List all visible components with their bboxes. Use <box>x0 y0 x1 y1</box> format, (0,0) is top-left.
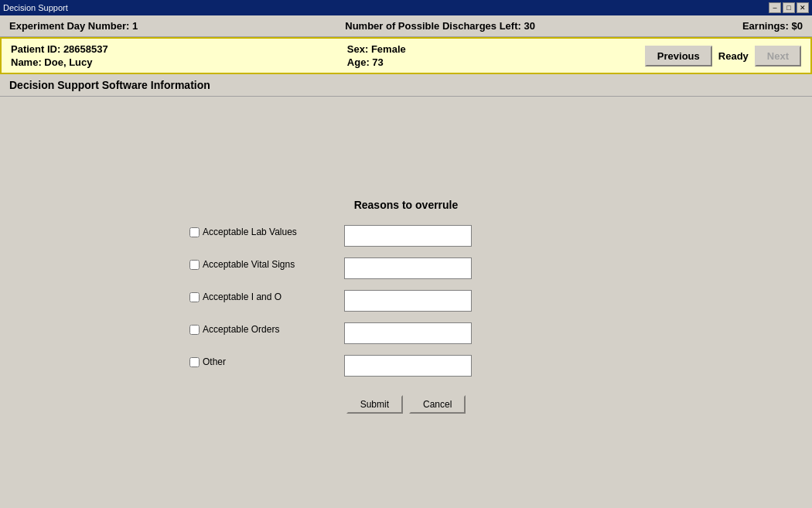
window-title: Decision Support <box>3 3 68 12</box>
discharges-label: Number of Possible Discharges Left: 30 <box>345 20 535 32</box>
reasons-title: Reasons to overrule <box>354 199 459 211</box>
title-bar: Decision Support – □ ✕ <box>0 0 812 15</box>
next-button[interactable]: Next <box>755 46 801 66</box>
reason-left-orders: Acceptable Orders <box>189 322 344 335</box>
ready-label: Ready <box>718 50 749 62</box>
earnings-label: Earnings: $0 <box>742 20 803 32</box>
reason-left-vital-signs: Acceptable Vital Signs <box>189 257 344 270</box>
experiment-day-label: Experiment Day Number: 1 <box>9 20 138 32</box>
section-header: Decision Support Software Information <box>0 74 812 97</box>
textarea-other[interactable] <box>344 355 472 377</box>
buttons-row: Submit Cancel <box>346 395 466 414</box>
reason-row-i-and-o: Acceptable I and O <box>189 290 623 312</box>
reason-row-lab-values: Acceptable Lab Values <box>189 225 623 247</box>
checkbox-vital-signs[interactable] <box>189 260 200 270</box>
textarea-lab-values[interactable] <box>344 225 472 247</box>
patient-controls: Previous Ready Next <box>645 46 801 66</box>
label-vital-signs[interactable]: Acceptable Vital Signs <box>203 259 295 270</box>
reason-row-orders: Acceptable Orders <box>189 322 623 344</box>
reason-left-other: Other <box>189 355 344 367</box>
patient-id-label: Patient ID: 28658537 <box>11 43 108 55</box>
checkbox-i-and-o[interactable] <box>189 292 200 302</box>
label-i-and-o[interactable]: Acceptable I and O <box>203 292 281 302</box>
reason-left-lab-values: Acceptable Lab Values <box>189 225 344 237</box>
label-orders[interactable]: Acceptable Orders <box>203 324 279 335</box>
cancel-button[interactable]: Cancel <box>409 395 466 414</box>
textarea-i-and-o[interactable] <box>344 290 472 312</box>
window-controls: – □ ✕ <box>769 2 809 13</box>
reason-row-vital-signs: Acceptable Vital Signs <box>189 257 623 279</box>
checkbox-orders[interactable] <box>189 325 200 335</box>
reasons-container: Reasons to overrule Acceptable Lab Value… <box>189 199 623 414</box>
patient-sex-label: Sex: Female <box>347 43 406 55</box>
patient-sex-age: Sex: Female Age: 73 <box>347 43 406 68</box>
maximize-button[interactable]: □ <box>783 2 795 13</box>
section-header-text: Decision Support Software Information <box>9 79 210 91</box>
minimize-button[interactable]: – <box>769 2 781 13</box>
patient-name-label: Name: Doe, Lucy <box>11 56 108 68</box>
reason-left-i-and-o: Acceptable I and O <box>189 290 344 302</box>
reason-row-other: Other <box>189 355 623 377</box>
patient-bar: Patient ID: 28658537 Name: Doe, Lucy Sex… <box>0 37 812 74</box>
submit-button[interactable]: Submit <box>346 395 403 414</box>
patient-id-name: Patient ID: 28658537 Name: Doe, Lucy <box>11 43 108 68</box>
checkbox-lab-values[interactable] <box>189 227 200 237</box>
textarea-vital-signs[interactable] <box>344 257 472 279</box>
textarea-orders[interactable] <box>344 322 472 344</box>
patient-age-label: Age: 73 <box>347 56 406 68</box>
label-lab-values[interactable]: Acceptable Lab Values <box>203 227 297 237</box>
main-content: Reasons to overrule Acceptable Lab Value… <box>0 97 812 508</box>
label-other[interactable]: Other <box>203 356 226 367</box>
top-bar: Experiment Day Number: 1 Number of Possi… <box>0 15 812 37</box>
previous-button[interactable]: Previous <box>645 46 712 66</box>
close-button[interactable]: ✕ <box>797 2 809 13</box>
checkbox-other[interactable] <box>189 357 200 367</box>
